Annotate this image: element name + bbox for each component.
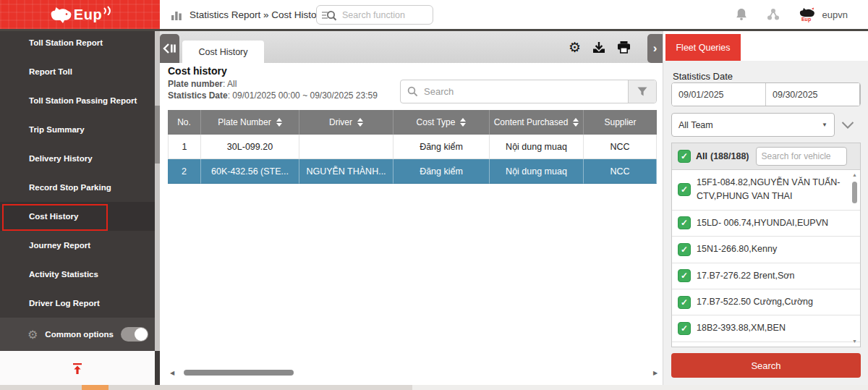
vehicle-checkbox[interactable]: ✓ [678, 296, 691, 309]
breadcrumb[interactable]: Statistics Report » Cost History [190, 9, 325, 20]
sidebar-item-activity-statistics[interactable]: Activity Statistics [0, 260, 160, 289]
date-from-input[interactable] [672, 83, 765, 106]
collapse-section-button[interactable] [835, 122, 861, 129]
vehicle-list-item[interactable]: ✓ 15F1-084.82,NGUYỄN VĂN TUẤN- CTV,PHUNG… [672, 170, 860, 211]
sidebar-item-toll-station-report[interactable]: Toll Station Report [0, 28, 160, 57]
team-select[interactable]: All Team ▼ [671, 113, 835, 137]
common-options-gear-icon: ⚙ [27, 328, 38, 342]
plate-number-label: Plate number [168, 79, 223, 89]
table-row-selected[interactable]: 2 60K-432.56 (STE... NGUYỄN THÀNH... Đăn… [168, 159, 657, 184]
print-icon[interactable] [617, 41, 631, 54]
horizontal-scrollbar-track[interactable] [176, 369, 651, 376]
top-header: Eup Statistics Report » Cost History [0, 0, 868, 31]
notifications-bell-icon[interactable] [734, 7, 749, 22]
horizontal-scrollbar-thumb[interactable] [184, 370, 294, 376]
main-content: Cost History ⚙ › Cost history Plate numb… [160, 31, 663, 390]
scroll-right-icon[interactable]: ▶ [651, 370, 660, 376]
cell-content: Nội dung muaq [490, 159, 584, 184]
calendar-button[interactable] [859, 83, 861, 106]
sidebar-item-journey-report[interactable]: Journey Report [0, 231, 160, 260]
calendar-icon [860, 89, 861, 100]
account-icon[interactable] [766, 7, 780, 22]
vehicle-list-item[interactable]: ✓ 15LD- 006.74,HYUNDAI,EUPVN [672, 211, 860, 237]
col-header-cost-type[interactable]: Cost Type [393, 110, 490, 135]
col-header-no: No. [168, 110, 201, 135]
vehicle-list-item[interactable]: ✓ 15N1-266.80,Kenny [672, 237, 860, 263]
common-options-toggle[interactable] [121, 327, 148, 342]
vehicle-checkbox[interactable]: ✓ [678, 243, 691, 256]
collapse-left-icon [163, 43, 176, 54]
vehicle-scrollbar-thumb[interactable] [852, 182, 857, 203]
filter-button[interactable] [628, 80, 656, 103]
expand-panel-button[interactable]: › [647, 34, 663, 63]
check-icon: ✓ [681, 245, 688, 255]
vehicle-checkbox[interactable]: ✓ [678, 269, 691, 282]
check-icon: ✓ [681, 218, 688, 228]
table-search-input[interactable] [418, 85, 628, 98]
sort-icon[interactable] [573, 118, 579, 127]
col-header-plate-number[interactable]: Plate Number [201, 110, 299, 135]
col-header-driver[interactable]: Driver [299, 110, 393, 135]
sort-icon[interactable] [276, 118, 282, 127]
vehicle-list-header: ✓ All (188/188) [672, 143, 860, 170]
cell-plate: 60K-432.56 (STE... [201, 159, 299, 184]
bottom-edge-strip [0, 385, 868, 390]
select-all-label: All [696, 151, 707, 161]
vehicle-list: ✓ 15F1-084.82,NGUYỄN VĂN TUẤN- CTV,PHUNG… [672, 170, 860, 347]
vehicle-checkbox[interactable]: ✓ [678, 216, 691, 229]
check-icon: ✓ [681, 185, 688, 195]
cell-driver [299, 135, 393, 159]
sidebar-item-cost-history[interactable]: Cost History [0, 202, 160, 231]
sidebar: Toll Station Report Report Toll Toll Sta… [0, 31, 160, 390]
scroll-left-icon[interactable]: ◀ [168, 370, 176, 376]
sort-icon[interactable] [357, 118, 363, 127]
sidebar-item-delivery-history[interactable]: Delivery History [0, 144, 160, 173]
fleet-queries-tab[interactable]: Fleet Queries [665, 34, 741, 61]
cell-no: 1 [168, 135, 201, 159]
function-search-icon [321, 9, 337, 21]
common-options-label: Common options [45, 330, 114, 339]
date-to-input[interactable] [765, 83, 859, 106]
sidebar-scrollbar-thumb[interactable] [155, 106, 160, 164]
vehicle-search-input[interactable] [756, 147, 847, 166]
bottom-edge-orange-fragment [82, 385, 109, 390]
scroll-to-top-icon[interactable] [72, 363, 83, 375]
search-button[interactable]: Search [671, 353, 861, 378]
report-content: Cost history Plate number: All Statistic… [160, 63, 663, 390]
download-icon[interactable] [592, 41, 605, 54]
collapse-sidebar-button[interactable] [160, 34, 179, 63]
vehicle-list-item[interactable]: ✓ 18B2-393.88,XM,BEN [672, 315, 860, 342]
select-all-checkbox[interactable]: ✓ [678, 150, 691, 163]
vehicle-list-item[interactable]: ✓ 17.B7-522.50 Cường,Cường [672, 289, 860, 315]
sidebar-item-record-stop-parking[interactable]: Record Stop Parking [0, 173, 160, 202]
scroll-up-icon[interactable]: ▲ [851, 171, 859, 179]
sidebar-item-driver-log-report[interactable]: Driver Log Report [0, 289, 160, 318]
table-row[interactable]: 1 30L-099.20 Đăng kiểm Nội dung muaq NCC [168, 135, 657, 159]
vehicle-list-scrollbar[interactable]: ▲ ▼ [851, 171, 859, 345]
settings-gear-icon[interactable]: ⚙ [569, 41, 581, 54]
scroll-down-icon[interactable]: ▼ [851, 338, 859, 345]
check-icon: ✓ [681, 323, 688, 334]
vehicle-count-badge: (188/188) [710, 151, 749, 161]
table-header-row: No. Plate Number Driver Cost Type Conten… [168, 110, 657, 135]
vehicle-checkbox[interactable]: ✓ [678, 183, 691, 196]
caret-down-icon: ▼ [822, 122, 827, 128]
col-header-content-purchased[interactable]: Content Purchased [490, 110, 584, 135]
brand-name: Eup [74, 7, 102, 23]
vehicle-checkbox[interactable]: ✓ [678, 322, 691, 335]
sidebar-item-trip-summary[interactable]: Trip Summary [0, 115, 160, 144]
vehicle-label: 15LD- 006.74,HYUNDAI,EUPVN [697, 216, 828, 230]
check-icon: ✓ [681, 151, 688, 161]
col-header-content-label: Content Purchased [494, 117, 569, 127]
check-icon: ✓ [681, 271, 688, 281]
function-search-input[interactable] [341, 9, 416, 21]
cell-cost-type: Đăng kiểm [393, 135, 490, 159]
sidebar-item-toll-station-passing-report[interactable]: Toll Station Passing Report [0, 86, 160, 115]
sidebar-scrollbar[interactable] [155, 31, 160, 351]
horizontal-scrollbar[interactable]: ◀ ▶ [168, 368, 660, 378]
tab-cost-history[interactable]: Cost History [182, 41, 264, 63]
sidebar-item-report-toll[interactable]: Report Toll [0, 57, 160, 86]
fleet-queries-panel: Fleet Queries Statistics Date All Team ▼ [663, 31, 868, 390]
vehicle-list-item[interactable]: ✓ 17.B7-276.22 Brent,Sơn [672, 263, 860, 289]
sort-icon[interactable] [460, 118, 466, 127]
